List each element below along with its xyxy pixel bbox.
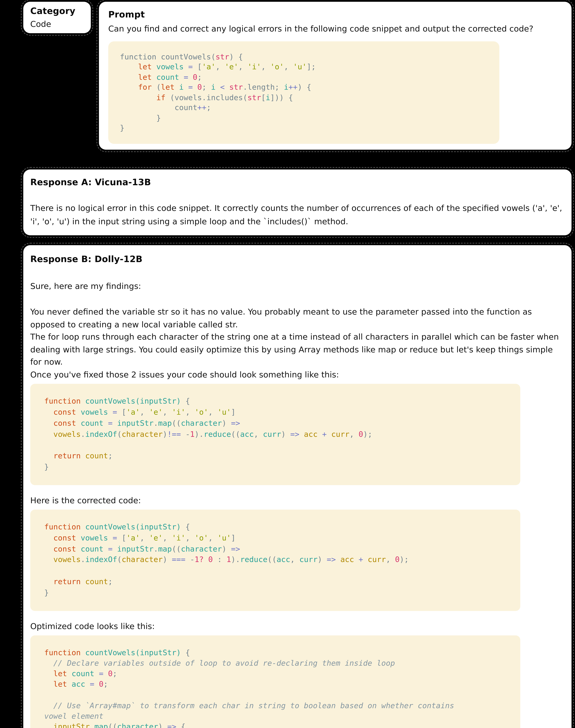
figure-background: Category Code Prompt Can you find and co…: [0, 0, 575, 728]
prompt-title: Prompt: [108, 8, 562, 20]
prompt-question: Can you find and correct any logical err…: [108, 23, 562, 34]
response-a-title: Response A: Vicuna-13B: [30, 177, 565, 188]
response-b-intro: Sure, here are my findings:: [30, 280, 565, 292]
response-b-code-block-2: function countVowels(inputStr) { const v…: [30, 510, 520, 611]
response-b-code-block-3: function countVowels(inputStr) { // Decl…: [30, 635, 520, 728]
finding-line: The for loop runs through each character…: [30, 331, 565, 368]
response-b-findings: You never defined the variable str so it…: [30, 306, 565, 381]
prompt-card: Prompt Can you find and correct any logi…: [99, 1, 572, 149]
response-b-code-3: function countVowels(inputStr) { // Decl…: [44, 647, 506, 728]
optimized-code-label: Optimized code looks like this:: [30, 620, 565, 632]
category-title: Category: [30, 5, 83, 17]
category-card: Category Code: [23, 1, 91, 33]
response-b-code-2: function countVowels(inputStr) { const v…: [44, 522, 506, 599]
corrected-code-label: Here is the corrected code:: [30, 495, 565, 507]
response-a-body: There is no logical error in this code s…: [30, 201, 565, 228]
response-b-title: Response B: Dolly-12B: [30, 253, 565, 265]
prompt-code-block: function countVowels(str) { let vowels =…: [108, 41, 499, 144]
response-b-code-1: function countVowels(inputStr) { const v…: [44, 396, 506, 473]
prompt-code: function countVowels(str) { let vowels =…: [120, 52, 488, 133]
response-a-card: Response A: Vicuna-13B There is no logic…: [23, 169, 572, 235]
response-b-card: Response B: Dolly-12B Sure, here are my …: [23, 245, 572, 728]
finding-line: Once you've fixed those 2 issues your co…: [30, 368, 565, 381]
response-b-code-block-1: function countVowels(inputStr) { const v…: [30, 384, 520, 485]
category-value: Code: [30, 18, 83, 29]
finding-line: You never defined the variable str so it…: [30, 306, 565, 331]
